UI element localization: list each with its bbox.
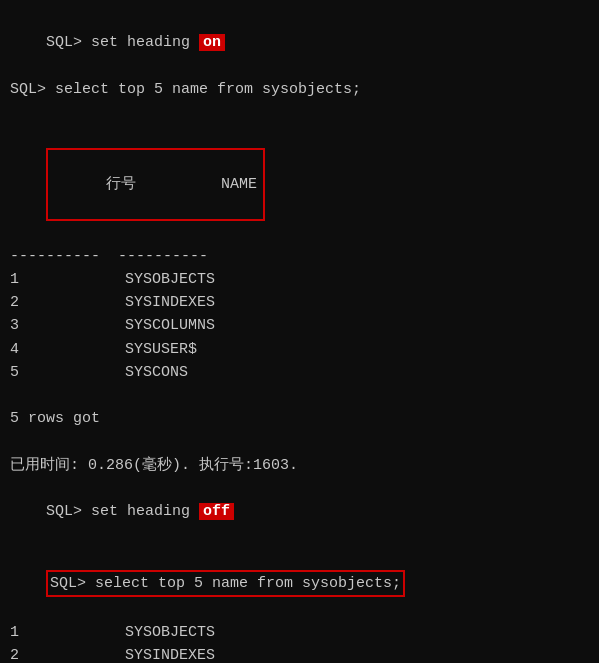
separator-1: ---------- ---------- — [10, 245, 589, 268]
row-1-3: 3SYSCOLUMNS — [10, 314, 589, 337]
header-row: 行号NAME — [10, 124, 589, 244]
rows-got-1: 5 rows got — [10, 407, 589, 430]
prompt-1: SQL> set heading — [46, 34, 199, 51]
timing-1: 已用时间: 0.286(毫秒). 执行号:1603. — [10, 454, 589, 477]
line-select-2-wrapper: SQL> select top 5 name from sysobjects; — [10, 547, 589, 621]
row-1-2: 2SYSINDEXES — [10, 291, 589, 314]
spacer-1 — [10, 101, 589, 124]
line-set-heading-off: SQL> set heading off — [10, 477, 589, 547]
header-box: 行号NAME — [46, 148, 265, 222]
row-2-2: 2SYSINDEXES — [10, 644, 589, 663]
line-select-2-box: SQL> select top 5 name from sysobjects; — [46, 570, 405, 597]
row-1-4: 4SYSUSER$ — [10, 338, 589, 361]
line-select-1: SQL> select top 5 name from sysobjects; — [10, 78, 589, 101]
on-highlight: on — [199, 34, 225, 51]
off-highlight: off — [199, 503, 234, 520]
spacer-3 — [10, 431, 589, 454]
spacer-2 — [10, 384, 589, 407]
col-name-header: NAME — [221, 176, 257, 193]
row-1-1: 1SYSOBJECTS — [10, 268, 589, 291]
col-rownum-header: 行号 — [106, 173, 221, 196]
row-2-1: 1SYSOBJECTS — [10, 621, 589, 644]
prompt-2: SQL> set heading — [46, 503, 199, 520]
line-set-heading-on: SQL> set heading on — [10, 8, 589, 78]
terminal: SQL> set heading on SQL> select top 5 na… — [10, 8, 589, 663]
row-1-5: 5SYSCONS — [10, 361, 589, 384]
